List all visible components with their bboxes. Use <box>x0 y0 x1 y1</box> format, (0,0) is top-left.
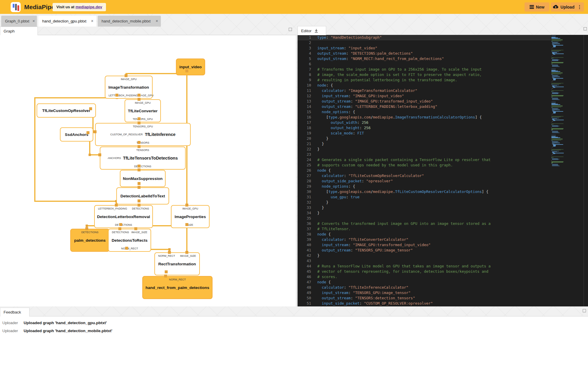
code-line: 38node { <box>298 232 551 237</box>
new-button-label: New <box>536 5 545 9</box>
tab-editor[interactable]: Editor <box>298 26 326 35</box>
more-options-icon[interactable]: ⋮ <box>577 6 582 9</box>
port-label: CUSTOM_OP_RESOLVER <box>110 133 143 136</box>
line-number: 40 <box>298 242 311 248</box>
line-number: 33 <box>298 205 311 210</box>
graph-port <box>89 107 92 110</box>
line-number: 44 <box>298 264 311 269</box>
graph-node-DetectionsToRects[interactable]: DETECTIONSIMAGE_SIZEDetectionsToRectsNOR… <box>108 229 151 252</box>
port-label: LETTERBOX_PADDING <box>98 207 127 210</box>
line-number: 17 <box>298 120 311 125</box>
graph-port <box>185 69 188 72</box>
editor-tab-label: Editor <box>301 29 311 33</box>
close-icon[interactable]: ✕ <box>91 19 94 23</box>
code-line: 32 } <box>298 200 551 205</box>
code-line: 49 input_stream: "TENSORS_GPU:image_tens… <box>298 290 551 295</box>
node-title: palm_detections <box>74 238 106 243</box>
line-number: 34 <box>298 210 311 216</box>
file-tab-graph0[interactable]: Graph_0.pbtxt ✕ <box>1 16 37 27</box>
line-number: 47 <box>298 280 311 285</box>
code-line: 51 input_side_packet: "CUSTOM_OP_RESOLVE… <box>298 301 551 306</box>
editor-scrollbar[interactable] <box>584 35 588 306</box>
file-tab-label: hand_detection_mobile.pbtxt <box>102 19 151 23</box>
editor-minimap[interactable] <box>551 35 584 306</box>
feedback-expand-icon[interactable] <box>583 309 586 312</box>
graph-port <box>85 227 88 230</box>
code-line: 34} <box>298 210 551 216</box>
code-line: 12 input_stream: "IMAGE_GPU:input_video" <box>298 93 551 99</box>
graph-port <box>185 223 188 226</box>
port-label: DETECTIONS <box>132 207 149 210</box>
graph-expand-icon[interactable] <box>289 28 292 31</box>
port-label: ANCHORS <box>108 157 121 160</box>
graph-port <box>125 74 128 77</box>
line-number: 2 <box>298 40 311 46</box>
graph-port <box>138 94 141 97</box>
node-title: SsdAnchors <box>65 132 89 137</box>
node-title: TfLiteTensorsToDetections <box>123 156 178 160</box>
line-number: 18 <box>298 125 311 131</box>
cloud-upload-icon <box>553 5 558 9</box>
line-number: 20 <box>298 136 311 141</box>
graph-node-TfLiteCustomOpResolver[interactable]: TfLiteCustomOpResolver <box>37 103 96 118</box>
graph-node-palm_detections[interactable]: DETECTIONSpalm_detections <box>70 229 110 252</box>
graph-edge-junction <box>89 154 91 156</box>
graph-node-input_video[interactable]: input_video <box>176 59 205 75</box>
code-line: 4output_stream: "DETECTIONS:palm_detecti… <box>298 51 551 56</box>
graph-node-hand_rect_from_palm_detections[interactable]: NORM_RECThand_rect_from_palm_detections <box>142 276 213 299</box>
port-label: TENSORS_GPU <box>133 125 153 128</box>
tab-graph[interactable]: Graph <box>0 27 38 35</box>
code-line: 40 input_stream: "IMAGE_GPU:transformed_… <box>298 242 551 248</box>
code-line: 44# Runs a TensorFlow Lite model on GPU … <box>298 264 551 269</box>
graph-port <box>138 98 141 101</box>
file-tab-hand-detection-mobile[interactable]: hand_detection_mobile.pbtxt ✕ <box>98 16 161 27</box>
tab-feedback[interactable]: Feedback <box>0 308 30 316</box>
graph-node-TfLiteTensorsToDetections[interactable]: TENSORSANCHORSTfLiteTensorsToDetectionsD… <box>100 147 186 170</box>
port-label: NORM_RECT <box>158 254 175 257</box>
new-button[interactable]: New <box>525 2 549 12</box>
graph-node-DetectionLabelIdToText[interactable]: DetectionLabelIdToText <box>116 187 169 204</box>
file-tab-hand-detection-gpu[interactable]: hand_detection_gpu.pbtxt ✕ <box>38 16 96 27</box>
feedback-message: Uploaded graph 'hand_detection_mobile.pb… <box>24 329 112 333</box>
line-number: 13 <box>298 99 311 104</box>
node-title: hand_rect_from_palm_detections <box>146 285 209 290</box>
code-line: 29 node_options: { <box>298 184 551 189</box>
graph-edge-junction <box>168 248 171 251</box>
visit-chip: Visit us at mediapipe.dev <box>53 3 106 11</box>
graph-node-RectTransformation[interactable]: NORM_RECTIMAGE_SIZERectTransformation <box>154 252 200 275</box>
download-icon[interactable] <box>314 28 319 33</box>
graph-node-TfLiteConverter[interactable]: IMAGE_GPUTfLiteConverterTENSORS_GPU <box>125 99 161 122</box>
code-editor[interactable]: 1type: "HandDetectionSubgraph"23input_st… <box>298 35 551 306</box>
line-number: 41 <box>298 248 311 253</box>
node-title: DetectionLabelIdToText <box>120 194 165 198</box>
graph-node-ImageProperties[interactable]: IMAGE_GPUImagePropertiesSIZE <box>171 205 210 228</box>
graph-node-TfLiteInference[interactable]: TENSORS_GPUCUSTOM_OP_RESOLVERTfLiteInfer… <box>95 123 191 146</box>
port-label: DETECTIONS <box>112 231 129 234</box>
code-line: 3input_stream: "input_video" <box>298 46 551 51</box>
line-number: 46 <box>298 274 311 280</box>
port-label: DETECTIONS <box>134 165 151 168</box>
close-icon[interactable]: ✕ <box>156 19 158 23</box>
upload-button-label: Upload <box>561 5 574 9</box>
upload-button[interactable]: Upload ⋮ <box>551 2 584 12</box>
close-icon[interactable]: ✕ <box>32 19 35 23</box>
code-line: 43 <box>298 258 551 264</box>
graph-node-ImageTransformation[interactable]: IMAGE_GPUImageTransformationLETTERBOX_PA… <box>105 76 153 99</box>
code-line: 31 use_gpu: true <box>298 194 551 200</box>
graph-node-DetectionLetterboxRemoval[interactable]: LETTERBOX_PADDINGDETECTIONSDetectionLett… <box>94 205 153 228</box>
node-title: ImageTransformation <box>108 85 149 90</box>
code-line: 26node { <box>298 168 551 173</box>
graph-port <box>185 251 188 254</box>
editor-panel: 1type: "HandDetectionSubgraph"23input_st… <box>298 35 588 306</box>
line-number: 1 <box>298 35 311 40</box>
graph-port <box>164 275 167 277</box>
mediapipe-dev-link[interactable]: mediapipe.dev <box>76 5 102 9</box>
code-line: 14 output_stream: "LETTERBOX_PADDING:let… <box>298 104 551 109</box>
line-number: 39 <box>298 237 311 242</box>
graph-node-SsdAnchors[interactable]: SsdAnchors <box>60 127 93 142</box>
line-number: 12 <box>298 93 311 99</box>
graph-node-NonMaxSuppression[interactable]: NonMaxSuppression <box>120 170 166 187</box>
feedback-row: Uploader Uploaded graph 'hand_detection_… <box>0 319 588 327</box>
editor-expand-icon[interactable] <box>584 27 587 30</box>
feedback-panel: Uploader Uploaded graph 'hand_detection_… <box>0 316 588 367</box>
